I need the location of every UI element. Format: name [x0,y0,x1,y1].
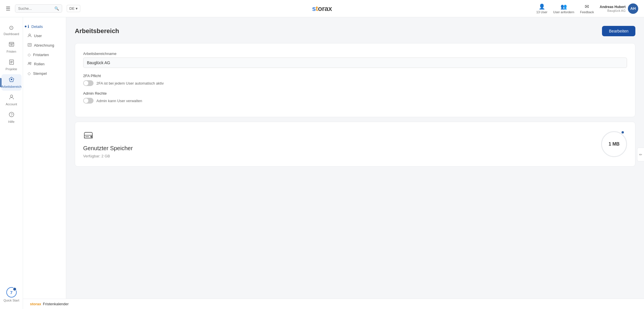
user-profile-text: Andreas Hubert Bauglück AG [600,5,626,12]
request-user-action[interactable]: 👥 User anfordern [553,3,574,14]
account-icon [9,94,14,101]
header: ☰ 🔍 DE ▾ storax 👤 13 User 👥 User anforde… [0,0,644,17]
avatar[interactable]: AH [628,3,638,14]
storage-drive-icon [83,130,133,143]
fristarten-icon: ◇ [28,52,31,57]
svg-point-9 [10,95,13,97]
sidebar-item-fristen[interactable]: Fristen [1,39,22,56]
sidebar-item-arbeitsbereich[interactable]: Arbeitsbereich [1,74,22,91]
storage-title: Genutzter Speicher [83,145,133,152]
main-content: Arbeitsbereich Bearbeiten Arbeitsbereich… [66,17,644,309]
sidebar-item-hilfe[interactable]: ? Hilfe [1,109,22,126]
arbeitsbereich-icon [9,77,14,84]
twofa-toggle[interactable] [83,80,94,86]
sidebar-item-quickstart[interactable]: 7 Quick Start [1,285,22,304]
users-action[interactable]: 👤 13 User [536,3,548,14]
workspace-name-group: Arbeitsbereichname [83,52,627,68]
svg-text:?: ? [10,112,12,117]
sub-sidebar-item-stempel[interactable]: ◇ Stempel [23,69,66,78]
storage-content: Genutzter Speicher Verfügbar: 2 GB 1 MB [83,130,627,158]
app-body: ⊙ Dashboard Fristen [0,17,644,309]
sidebar-item-projekte[interactable]: Projekte [1,57,22,73]
sub-sidebar-item-rollen[interactable]: Rollen [23,59,66,69]
admin-title: Admin Rechte [83,91,627,96]
admin-toggle-row: Admin kann User verwalten [83,98,627,104]
page-header: Arbeitsbereich Bearbeiten [75,26,635,36]
user-profile: Andreas Hubert Bauglück AG AH [600,3,638,14]
sub-sidebar: ℹ Details User Abrechnung [23,17,66,309]
search-icon: 🔍 [54,6,59,11]
user-icon: 👤 [539,3,545,10]
dashboard-icon: ⊙ [9,24,14,31]
sidebar-item-dashboard[interactable]: ⊙ Dashboard [1,22,22,38]
sub-sidebar-item-fristarten[interactable]: ◇ Fristarten [23,50,66,59]
sub-sidebar-item-user[interactable]: User [23,31,66,41]
details-icon: ℹ [28,24,29,29]
sub-sidebar-item-details[interactable]: ℹ Details [23,22,66,31]
footer-storax: storax [30,302,41,306]
right-edge-tool[interactable]: ✏ [637,148,644,161]
hilfe-icon: ? [9,112,14,119]
admin-setting: Admin Rechte Admin kann User verwalten [83,91,627,104]
rollen-icon [28,62,32,66]
svg-point-12 [29,34,31,36]
search-input[interactable] [18,6,53,11]
lang-selector[interactable]: DE ▾ [67,5,80,12]
logo: storax [312,5,332,13]
menu-icon[interactable]: ☰ [6,5,10,12]
feedback-icon: ✉ [585,3,589,10]
storage-available: Verfügbar: 2 GB [83,154,133,158]
svg-point-8 [11,79,12,80]
feedback-action[interactable]: ✉ Feedback [580,3,594,14]
workspace-name-input[interactable] [83,58,627,68]
workspace-card: Arbeitsbereichname 2FA Pflicht 2FA ist b… [75,43,635,117]
edit-button[interactable]: Bearbeiten [602,26,635,36]
active-indicator [25,26,26,27]
twofa-toggle-row: 2FA ist bei jedem User automatisch aktiv [83,80,627,86]
storage-circle: 1 MB [601,131,627,157]
twofa-setting: 2FA Pflicht 2FA ist bei jedem User autom… [83,74,627,86]
projekte-icon [9,59,14,66]
header-left: ☰ 🔍 DE ▾ [6,4,80,13]
footer-bar: storax Fristenkalender [23,299,644,309]
admin-toggle[interactable] [83,98,94,104]
sidebar-item-account[interactable]: Account [1,92,22,108]
chevron-down-icon: ▾ [76,6,78,11]
storage-left: Genutzter Speicher Verfügbar: 2 GB [83,130,133,158]
page-title: Arbeitsbereich [75,27,119,35]
add-user-icon: 👥 [561,3,567,10]
admin-label: Admin kann User verwalten [96,99,142,103]
workspace-name-label: Arbeitsbereichname [83,52,627,56]
svg-point-18 [30,62,31,64]
stempel-icon: ◇ [28,71,31,76]
search-box: 🔍 [15,4,62,13]
fristen-icon [9,41,14,49]
abrechnung-icon [28,43,32,48]
footer-text: Fristenkalender [43,302,69,306]
user-sub-icon [28,33,32,38]
svg-point-21 [91,136,92,137]
twofa-title: 2FA Pflicht [83,74,627,78]
header-right: 👤 13 User 👥 User anfordern ✉ Feedback An… [536,3,638,14]
sub-sidebar-item-abrechnung[interactable]: Abrechnung [23,41,66,50]
pencil-icon: ✏ [639,152,642,157]
svg-point-17 [28,62,30,64]
twofa-label: 2FA ist bei jedem User automatisch aktiv [96,81,164,85]
sidebar: ⊙ Dashboard Fristen [0,17,23,309]
storage-card: Genutzter Speicher Verfügbar: 2 GB 1 MB [75,122,635,167]
quick-start-badge: 7 [6,287,17,297]
